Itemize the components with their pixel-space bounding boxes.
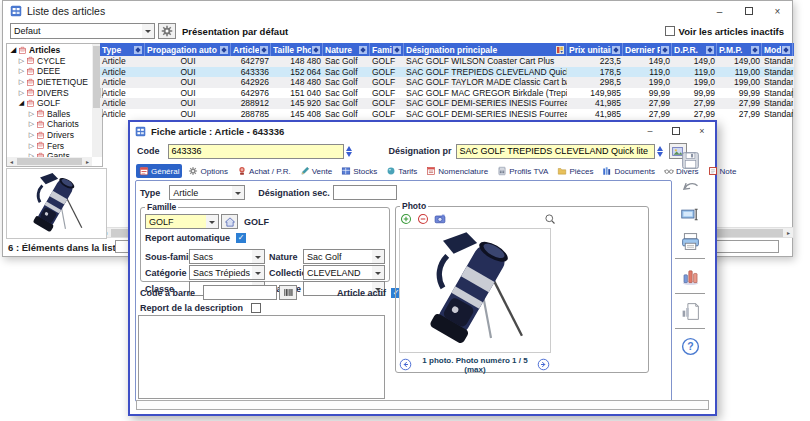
camera-button[interactable] [433,212,447,226]
expand-icon[interactable]: ▷ [27,110,36,118]
cell-article: 642976 [231,88,271,98]
tree-item-articles[interactable]: ◢Articles [7,45,92,56]
previous-photo-button[interactable] [399,358,413,372]
minimize-button[interactable]: – [637,122,663,140]
help-button[interactable]: ? [677,334,703,358]
print-preview-button[interactable] [677,202,703,226]
column-header-prix-unitaire[interactable]: Prix unitaire [567,43,623,56]
collection-value: CLEVELAND [307,268,361,278]
tab-label: Nomenclature [438,167,488,176]
tab-nomenclature[interactable]: Nomenclature [423,164,491,178]
statistics-button[interactable] [677,264,703,288]
tab-label: Vente [312,167,332,176]
print-button[interactable] [677,229,703,253]
tab-general[interactable]: Général [136,164,182,178]
cell-propagation-auto-fami: OUI [145,67,231,77]
minimize-button[interactable]: – [705,1,734,21]
report-auto-checkbox[interactable] [236,233,246,243]
close-button[interactable]: × [689,122,715,140]
sous-famille-select[interactable]: Sacs [189,249,265,264]
table-row[interactable]: ArticleOUI642926148 480Sac GolfGOLFSAC G… [100,77,794,88]
column-header-nature[interactable]: Nature [323,43,370,56]
add-photo-button[interactable] [399,212,413,226]
code-stepper[interactable] [344,144,355,159]
categorie-select[interactable]: Sacs Trépieds [189,265,265,280]
collapse-icon[interactable]: ◢ [9,46,18,54]
tab-stocks[interactable]: Stocks [338,164,380,178]
expand-icon[interactable]: ▷ [17,67,26,75]
tree-item-divers[interactable]: ▷DIVERS [7,87,92,98]
type-select[interactable]: Article [169,185,245,200]
table-row[interactable]: ArticleOUI288912145 920Sac GolfGOLFSAC G… [100,98,794,109]
tree-item-fers[interactable]: ▷Fers [7,140,92,151]
scroll-right-icon[interactable]: ▸ [784,229,793,236]
tree-item-cycle[interactable]: ▷CYCLE [7,56,92,67]
column-header-dernier-p-a[interactable]: Dernier P.A. [623,43,672,56]
tree-item-chariots[interactable]: ▷Chariots [7,119,92,130]
barcode-input[interactable] [203,285,277,300]
collection-select[interactable]: CLEVELAND [303,265,385,280]
presentation-settings-button[interactable] [158,23,176,39]
column-header-propagation-auto-fami[interactable]: Propagation auto fami [145,43,231,56]
scroll-right-icon[interactable]: ▸ [83,158,92,165]
tree-item-balles[interactable]: ▷Balles [7,109,92,120]
table-row[interactable]: ArticleOUI642976151 040Sac GolfGOLFSAC G… [100,88,794,99]
column-header-article[interactable]: Article [231,43,271,56]
tab-pieces[interactable]: Pièces [554,164,596,178]
designation-sec-input[interactable] [333,185,397,200]
undo-button[interactable] [677,175,703,199]
maximize-button[interactable] [663,122,689,140]
tab-vente[interactable]: Vente [297,164,335,178]
nature-select[interactable]: Sac Golf [303,249,385,264]
tab-documents[interactable]: Documents [599,164,657,178]
tree-item-golf[interactable]: ◢GOLF [7,98,92,109]
tree-horizontal-scrollbar[interactable]: ◂ ▸ [7,157,92,166]
scroll-left-icon[interactable]: ◂ [7,158,16,165]
next-photo-button[interactable] [537,358,551,372]
presentation-select[interactable]: Defaut [10,23,155,39]
tree-item-deee[interactable]: ▷DEEE [7,66,92,77]
tab-note[interactable]: Note [705,164,740,178]
column-header-p-m-p[interactable]: P.M.P. [717,43,762,56]
tab-achat-p-r[interactable]: Achat / P.R. [234,164,294,178]
expand-icon[interactable]: ▷ [17,89,26,97]
export-button[interactable] [677,299,703,323]
expand-icon[interactable]: ▷ [27,131,36,139]
designation-input[interactable]: SAC GOLF TREPIEDS CLEVELAND Quick lite [456,144,655,159]
column-header-type[interactable]: Type [100,43,145,56]
tab-label: Profils TVA [509,167,548,176]
expand-icon[interactable]: ▷ [17,57,26,65]
table-row[interactable]: ArticleOUI642797148 480Sac GolfGOLFSAC G… [100,56,794,67]
description-textarea[interactable] [138,315,385,399]
table-row[interactable]: ArticleOUI643336152 064Sac GolfGOLFSAC G… [100,67,794,78]
column-header-d-p-r[interactable]: D.P.R. [672,43,717,56]
table-row[interactable]: ArticleOUI288785145 408Sac GolfGOLFSAC G… [100,109,794,120]
tab-profils-tva[interactable]: Profils TVA [494,164,551,178]
remove-photo-button[interactable] [416,212,430,226]
home-button[interactable] [221,214,238,229]
expand-icon[interactable]: ▷ [17,78,26,86]
save-button[interactable] [677,148,703,172]
expand-icon[interactable]: ▷ [27,120,36,128]
barcode-button[interactable] [279,285,297,300]
column-header-mode-d[interactable]: Mode d [762,43,793,56]
code-input[interactable]: 643336 [168,144,344,159]
tree-item-drivers[interactable]: ▷Drivers [7,130,92,141]
show-inactive-checkbox[interactable] [665,26,675,36]
tree-item-dietetique[interactable]: ▷DIETETIQUE [7,77,92,88]
designation-stepper[interactable] [655,144,666,159]
collapse-icon[interactable]: ◢ [17,99,26,107]
column-header-taille-photo[interactable]: Taille Photo [271,43,323,56]
column-header-designation-principale[interactable]: Désignation principale [404,43,567,56]
magnifier-icon[interactable] [543,212,557,226]
tab-tarifs[interactable]: Tarifs [383,164,420,178]
tab-options[interactable]: Options [185,164,231,178]
cell-taille-photo: 145 408 [271,109,323,119]
maximize-button[interactable] [734,1,763,21]
report-desc-checkbox[interactable] [251,303,261,313]
famille-select[interactable]: GOLF [145,214,219,229]
close-button[interactable]: × [763,1,792,21]
expand-icon[interactable]: ▷ [27,142,36,150]
cell-article: 642797 [231,56,271,66]
column-header-famille[interactable]: Famille [370,43,404,56]
